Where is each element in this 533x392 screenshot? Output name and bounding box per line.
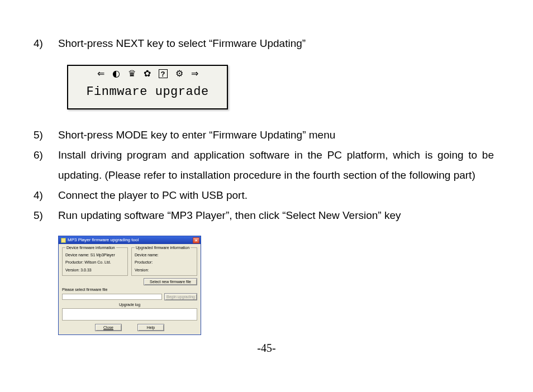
upgrade-log-box bbox=[62, 308, 197, 321]
arrow-right-icon: ⇒ bbox=[191, 69, 198, 78]
device-info-group: Device firmware information Device name:… bbox=[62, 247, 128, 275]
select-firmware-button[interactable]: Select new firmware file bbox=[144, 278, 197, 285]
arrow-left-icon: ⇐ bbox=[97, 69, 104, 78]
info-row: Version: bbox=[135, 267, 194, 273]
step-number: 4) bbox=[34, 185, 58, 205]
close-button[interactable]: Close bbox=[95, 324, 122, 331]
group-legend: Upgraded firmware information bbox=[135, 245, 191, 250]
info-row: Device name: bbox=[135, 252, 194, 257]
lcd-screenshot: ⇐ ◐ ♛ ✿ ? ⚙ ⇒ Finmware upgrade bbox=[67, 65, 228, 109]
info-row: Device name: S1 Mp3Player bbox=[65, 252, 125, 257]
step-number: 4) bbox=[34, 34, 58, 54]
step-item: 6) Install driving program and applicati… bbox=[34, 145, 494, 185]
begin-upgrading-button[interactable]: Begin upgrading bbox=[164, 293, 197, 300]
step-number: 5) bbox=[34, 125, 58, 145]
contrast-icon: ◐ bbox=[112, 69, 120, 78]
chess-icon: ♛ bbox=[128, 69, 136, 78]
step-text: Connect the player to PC with USB port. bbox=[58, 185, 494, 205]
flower-icon: ✿ bbox=[144, 69, 151, 78]
page-number: -45- bbox=[0, 337, 533, 358]
lcd-label: Finmware upgrade bbox=[74, 80, 221, 104]
step-text: Short-press MODE key to enter “Firmware … bbox=[58, 125, 494, 145]
dialog-body: Device firmware information Device name:… bbox=[59, 244, 201, 334]
lcd-icon-row: ⇐ ◐ ♛ ✿ ? ⚙ ⇒ bbox=[74, 69, 221, 78]
step-text: Run updating software “MP3 Player”, then… bbox=[58, 205, 494, 226]
upgrade-log-label: Upgrade log bbox=[62, 302, 197, 307]
app-icon bbox=[61, 238, 66, 243]
question-icon: ? bbox=[159, 69, 168, 78]
step-item: 4) Short-press NEXT key to select “Firmw… bbox=[34, 34, 494, 54]
firmware-path-input[interactable] bbox=[62, 294, 162, 300]
info-row: Productor: Wilson Co. Ltd. bbox=[65, 260, 125, 265]
step-number: 6) bbox=[34, 145, 58, 165]
titlebar: MP3 Player firmware upgrading tool × bbox=[59, 236, 201, 244]
window-title: MP3 Player firmware upgrading tool bbox=[68, 237, 139, 243]
info-row: Version: 3.0.33 bbox=[65, 267, 125, 273]
close-icon[interactable]: × bbox=[193, 237, 199, 243]
step-text: Short-press NEXT key to select “Firmware… bbox=[58, 34, 494, 54]
group-legend: Device firmware information bbox=[65, 245, 116, 250]
info-row: Productor: bbox=[135, 260, 194, 265]
upgraded-info-group: Upgraded firmware information Device nam… bbox=[131, 247, 197, 275]
step-item: 5) Short-press MODE key to enter “Firmwa… bbox=[34, 125, 494, 145]
gear-icon: ⚙ bbox=[175, 69, 183, 78]
step-item: 4) Connect the player to PC with USB por… bbox=[34, 185, 494, 205]
firmware-tool-dialog: MP3 Player firmware upgrading tool × Dev… bbox=[58, 236, 201, 335]
step-item: 5) Run updating software “MP3 Player”, t… bbox=[34, 205, 494, 226]
step-number: 5) bbox=[34, 205, 58, 226]
help-button[interactable]: Help bbox=[137, 324, 164, 331]
step-text: Install driving program and application … bbox=[58, 145, 494, 185]
lcd-screen: ⇐ ◐ ♛ ✿ ? ⚙ ⇒ Finmware upgrade bbox=[67, 65, 228, 109]
please-select-label: Please select firmware file bbox=[62, 287, 197, 292]
